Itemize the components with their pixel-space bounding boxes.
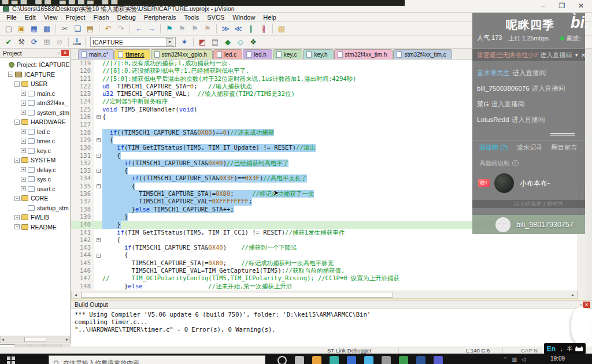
batch-build-icon[interactable]: ⊞ <box>41 37 53 47</box>
menu-item-view[interactable]: View <box>40 13 62 21</box>
tree-item-led-c[interactable]: +led.c <box>0 127 70 137</box>
taskbar-clock[interactable]: 19:09 <box>550 355 565 362</box>
tree-expander-icon[interactable]: + <box>14 224 20 229</box>
code-line-148[interactable]: 148 }else //还未开始,第一次捕获上升沿 <box>71 283 585 290</box>
fold-marker[interactable]: − <box>94 136 102 144</box>
start-button[interactable] <box>7 356 15 364</box>
tree-item-timer-c[interactable]: +timer.c <box>0 136 70 146</box>
app-icon-lightblue[interactable] <box>364 356 373 364</box>
menu-item-project[interactable]: Project <box>61 13 89 21</box>
build-output-close-icon[interactable]: ✕ <box>583 302 590 308</box>
paste-icon[interactable]: ▤ <box>84 24 96 34</box>
fold-marker[interactable]: − <box>94 113 102 121</box>
file-tab-main-c-[interactable]: main.c* <box>78 49 114 59</box>
menu-item-file[interactable]: File <box>2 13 21 21</box>
tree-expander-icon[interactable]: − <box>14 120 20 125</box>
outdent-icon[interactable]: ≪ <box>232 24 244 34</box>
fold-marker[interactable]: − <box>94 236 102 244</box>
copy-icon[interactable]: ❏ <box>72 24 83 34</box>
scroll-right-icon[interactable]: ▸ <box>66 337 68 342</box>
save-all-icon[interactable]: ▩ <box>41 24 53 34</box>
app-icon-grey[interactable] <box>382 356 391 364</box>
overlay-tab-rank[interactable]: 高能榜 (7) <box>479 143 508 152</box>
scroll-left-icon[interactable]: ◂ <box>72 292 80 298</box>
tree-item-delay-c[interactable]: +delay.c <box>0 165 70 175</box>
tree-expander-icon[interactable]: − <box>14 81 20 87</box>
file-tab-stm32f4xx-gpio-h[interactable]: stm32f4xx_gpio.h <box>151 49 213 59</box>
redo-icon[interactable]: ↷ <box>115 24 127 34</box>
volume-icon[interactable]: ◁ <box>521 356 526 362</box>
app-icon-green[interactable] <box>399 356 408 364</box>
menu-item-flash[interactable]: Flash <box>90 13 113 21</box>
menu-item-help[interactable]: Help <box>259 13 280 21</box>
menu-item-debug[interactable]: Debug <box>113 13 140 21</box>
overlay-tab-醒目留言[interactable]: 醒目留言 <box>552 143 577 152</box>
ime-language[interactable]: En <box>547 345 556 353</box>
tree-expander-icon[interactable]: + <box>21 139 26 144</box>
tree-expander-icon[interactable]: + <box>21 101 26 106</box>
pack-installer-icon[interactable]: ❖ <box>247 37 259 47</box>
scroll-right-icon[interactable]: ▸ <box>569 292 577 298</box>
menu-item-peripherals[interactable]: Peripherals <box>140 13 180 21</box>
build-output-log[interactable]: *** Using Compiler 'V5.06 update 6 (buil… <box>71 309 592 335</box>
build-icon[interactable]: ⚒ <box>16 37 27 47</box>
manage-rte-icon[interactable]: ◩ <box>197 37 208 47</box>
ime-indicator[interactable]: En ； 半 <box>544 343 586 354</box>
tree-expander-icon[interactable]: + <box>14 215 20 220</box>
fold-marker[interactable]: − <box>94 152 102 159</box>
tree-item-stm32f4xx-[interactable]: +stm32f4xx_ <box>0 98 70 108</box>
code-line-144[interactable]: 144− { <box>71 251 585 259</box>
tree-item-startup-stm[interactable]: startup_stm <box>0 203 70 213</box>
multi-project-icon[interactable]: ◇ <box>235 37 246 47</box>
chevron-down-icon[interactable]: ▼ <box>574 53 579 58</box>
rebuild-all-icon[interactable]: ⟳ <box>28 37 40 47</box>
tree-item-user[interactable]: −USER <box>0 79 70 89</box>
tree-expander-icon[interactable]: + <box>21 167 26 172</box>
cortana-icon[interactable] <box>278 356 287 364</box>
bookmark-next-icon[interactable]: ⚑ <box>189 24 201 34</box>
code-line-142[interactable]: 142− { <box>71 236 585 244</box>
cut-icon[interactable]: ✂ <box>59 24 71 34</box>
bookmark-toggle-icon[interactable]: ⚑ <box>164 24 175 34</box>
network-icon[interactable]: ▥ <box>512 356 517 362</box>
file-tab-key-h[interactable]: key.h <box>303 49 333 59</box>
chevron-down-icon[interactable]: ▾ <box>166 38 173 46</box>
translate-file-icon[interactable]: ✔ <box>3 37 14 47</box>
project-panel-close-icon[interactable]: ✕ <box>61 50 69 56</box>
rank-help-link[interactable]: 高能榜说明? <box>472 155 585 168</box>
tree-item-sys-c[interactable]: +sys.c <box>0 174 70 184</box>
tree-item-fwlib[interactable]: +FWLIB <box>0 213 70 222</box>
code-line-147[interactable]: 147// TIM_OC1PolarityConfig(TIM5,TIM_ICP… <box>71 274 585 282</box>
taskbar-search-box[interactable]: 在这里输入你要搜索的内容 <box>49 355 265 364</box>
fold-marker[interactable]: − <box>94 251 102 259</box>
task-view-icon[interactable] <box>295 356 304 364</box>
file-tab-led-c[interactable]: led.c <box>213 49 242 59</box>
new-file-icon[interactable]: ▢ <box>3 24 14 34</box>
app-icon-teal[interactable] <box>330 356 339 364</box>
app-icon-blue[interactable] <box>347 356 356 364</box>
properties-icon[interactable]: ▧ <box>276 24 287 34</box>
code-line-146[interactable]: 146 TIM5CH1_CAPTURE_VAL=TIM_GetCapture1(… <box>71 267 585 274</box>
file-tab-timer-c[interactable]: timer.c <box>114 49 150 59</box>
tree-expander-icon[interactable]: − <box>8 72 13 77</box>
comment-icon[interactable]: ∥ <box>245 24 257 34</box>
tree-expander-icon[interactable]: + <box>21 110 26 115</box>
dismiss-icon[interactable]: ✕ <box>581 52 585 58</box>
tray-arrow-icon[interactable]: ⌃ <box>503 356 508 362</box>
file-tab-led-h[interactable]: led.h <box>243 49 272 59</box>
tree-expander-icon[interactable]: − <box>14 196 20 201</box>
undo-icon[interactable]: ↶ <box>102 24 114 34</box>
bookmark-clear-icon[interactable]: ⚑ <box>202 24 213 34</box>
bookmark-prev-icon[interactable]: ⚑ <box>176 24 188 34</box>
pin-icon[interactable]: ▫ <box>580 302 582 307</box>
minimize-button[interactable]: – <box>534 0 552 12</box>
indent-icon[interactable]: ≫ <box>220 24 231 34</box>
code-line-145[interactable]: 145 TIM5CH1_CAPTURE_STA|=0X80; //标记成功捕获到… <box>71 259 585 267</box>
file-tab-stm32f4xx-tim-h[interactable]: stm32f4xx_tim.h <box>334 49 393 59</box>
tree-expander-icon[interactable]: − <box>14 158 20 163</box>
tree-item-system[interactable]: −SYSTEM <box>0 155 70 165</box>
close-button[interactable]: ✕ <box>572 0 590 12</box>
ime-width-mode[interactable]: 半 <box>567 345 573 353</box>
menu-item-tools[interactable]: Tools <box>180 13 204 21</box>
tree-expander-icon[interactable]: + <box>21 177 26 182</box>
